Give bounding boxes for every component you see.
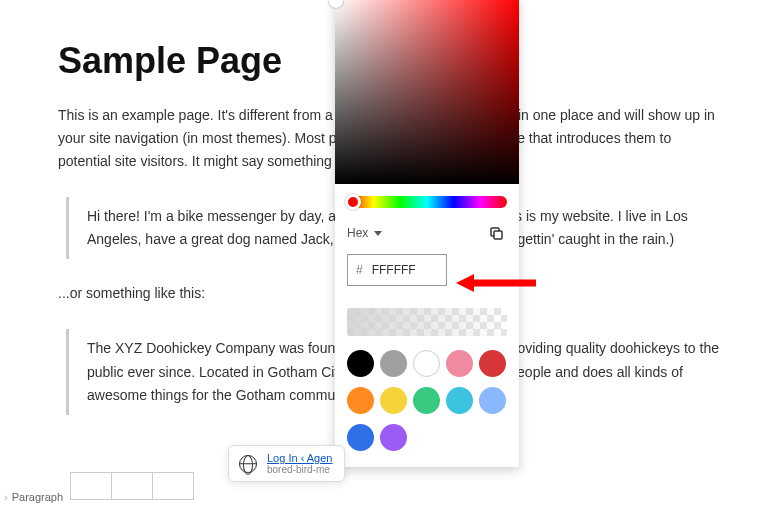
swatch-gray[interactable] [380,350,407,377]
swatch-purple[interactable] [380,424,407,451]
saturation-value-field[interactable] [335,0,519,184]
chevron-down-icon [374,231,382,236]
login-link[interactable]: Log In ‹ Agen [267,452,332,464]
svg-rect-1 [494,231,502,239]
swatch-blue[interactable] [347,424,374,451]
login-preview-popup[interactable]: Log In ‹ Agen bored-bird-me [228,445,345,482]
hex-prefix: # [356,263,363,277]
color-format-select[interactable]: Hex [347,226,382,240]
globe-icon [239,455,257,473]
login-subtext: bored-bird-me [267,464,332,475]
swatch-white[interactable] [413,350,440,377]
saturation-thumb[interactable] [329,0,343,8]
color-picker-panel: Hex # [335,0,519,467]
copy-color-button[interactable] [485,222,507,244]
hex-input-wrapper[interactable]: # [347,254,447,286]
swatch-orange[interactable] [347,387,374,414]
swatch-black[interactable] [347,350,374,377]
hue-thumb[interactable] [345,194,361,210]
swatch-grid [347,350,507,451]
swatch-green[interactable] [413,387,440,414]
block-breadcrumb[interactable]: › Paragraph [4,491,63,503]
swatch-yellow[interactable] [380,387,407,414]
swatch-cyan[interactable] [446,387,473,414]
color-format-label: Hex [347,226,368,240]
hue-slider[interactable] [347,196,507,208]
swatch-pink[interactable] [446,350,473,377]
breadcrumb-block-type[interactable]: Paragraph [12,491,63,503]
swatch-red[interactable] [479,350,506,377]
block-toolbar[interactable] [70,472,193,500]
copy-icon [488,225,504,241]
swatch-lightblue[interactable] [479,387,506,414]
hex-input[interactable] [370,262,432,278]
breadcrumb-separator: › [4,491,8,503]
current-color-preview[interactable] [347,308,507,336]
